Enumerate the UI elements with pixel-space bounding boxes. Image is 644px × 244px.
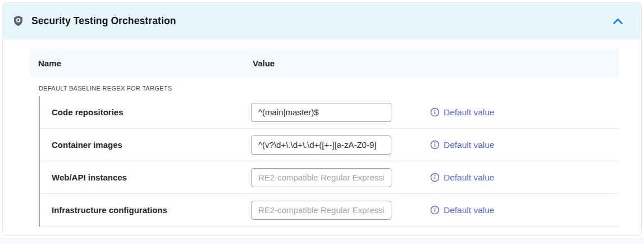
default-value-link[interactable]: Default value [430,173,494,183]
security-testing-orchestration-panel: Security Testing Orchestration Name Valu… [2,2,642,236]
default-value-link[interactable]: Default value [430,107,494,118]
regex-input-code-repositories[interactable] [251,103,391,122]
next-section-strip [0,238,644,244]
table-row-infrastructure-configurations: Infrastructure configurations Default va… [40,194,619,227]
table-row-container-images: Container images Default value [40,129,619,161]
panel-body: Name Value DEFAULT BASELINE REGEX FOR TA… [3,39,641,236]
column-header-name: Name [38,58,253,68]
table-row-web-api-instances: Web/API instances Default value [40,161,619,194]
row-label: Container images [52,140,251,150]
info-icon [430,107,440,117]
chevron-up-icon [612,17,624,25]
row-label: Infrastructure configurations [52,205,251,215]
default-value-link[interactable]: Default value [430,205,494,215]
regex-input-infrastructure-configurations[interactable] [251,201,391,220]
settings-table: Name Value DEFAULT BASELINE REGEX FOR TA… [30,48,619,227]
column-header-value: Value [253,58,275,68]
shield-icon [13,15,24,27]
panel-title: Security Testing Orchestration [31,15,176,27]
row-label: Web/API instances [52,173,251,182]
info-icon [430,140,440,150]
regex-input-web-api-instances[interactable] [251,168,391,187]
default-value-label: Default value [444,107,494,118]
table-header-row: Name Value [30,48,619,78]
section-label: DEFAULT BASELINE REGEX FOR TARGETS [30,85,619,92]
default-value-label: Default value [444,173,494,183]
info-icon [430,173,440,182]
row-label: Code repositories [52,107,251,117]
default-value-label: Default value [444,205,494,215]
table-row-code-repositories: Code repositories Default value [40,96,619,129]
settings-rows-group: Code repositories Default value Containe… [39,96,619,227]
collapse-button[interactable] [610,13,625,29]
panel-header: Security Testing Orchestration [3,3,641,39]
default-value-label: Default value [444,140,494,150]
regex-input-container-images[interactable] [251,135,391,155]
info-icon [430,205,440,215]
default-value-link[interactable]: Default value [430,140,494,150]
